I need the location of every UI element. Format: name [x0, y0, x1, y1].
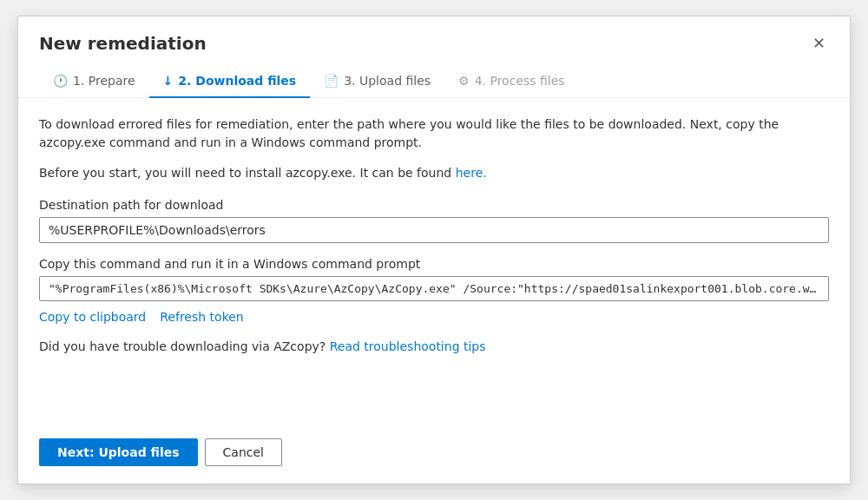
dialog-body: To download errored files for remediatio… — [18, 98, 850, 424]
install-note-prefix: Before you start, you will need to insta… — [39, 166, 456, 180]
dialog-header: New remediation ✕ — [18, 16, 850, 56]
refresh-token-link[interactable]: Refresh token — [160, 310, 243, 324]
destination-input[interactable] — [39, 217, 829, 243]
tab-upload[interactable]: 📄 3. Upload files — [310, 67, 444, 98]
copy-to-clipboard-link[interactable]: Copy to clipboard — [39, 310, 146, 324]
tab-download[interactable]: ↓ 2. Download files — [149, 67, 311, 98]
trouble-prefix: Did you have trouble downloading via AZc… — [39, 339, 330, 353]
prepare-icon: 🕐 — [53, 74, 68, 88]
tab-prepare-label: 1. Prepare — [73, 74, 135, 88]
command-display: "%ProgramFiles(x86)%\Microsoft SDKs\Azur… — [39, 276, 829, 301]
command-label: Copy this command and run it in a Window… — [39, 257, 829, 271]
next-button[interactable]: Next: Upload files — [39, 438, 198, 466]
tab-prepare[interactable]: 🕐 1. Prepare — [39, 67, 149, 98]
download-icon: ↓ — [163, 74, 174, 88]
process-icon: ⚙ — [458, 74, 470, 88]
dialog-footer: Next: Upload files Cancel — [18, 424, 850, 484]
tab-process: ⚙ 4. Process files — [444, 67, 579, 98]
tab-process-label: 4. Process files — [475, 74, 565, 88]
destination-label: Destination path for download — [39, 198, 829, 212]
trouble-note: Did you have trouble downloading via AZc… — [39, 339, 829, 353]
troubleshooting-link[interactable]: Read troubleshooting tips — [330, 339, 486, 353]
tab-download-label: 2. Download files — [178, 74, 296, 88]
action-links: Copy to clipboard Refresh token — [39, 310, 829, 324]
tab-bar: 🕐 1. Prepare ↓ 2. Download files 📄 3. Up… — [18, 56, 850, 98]
close-button[interactable]: ✕ — [809, 30, 829, 56]
upload-icon: 📄 — [324, 74, 339, 88]
new-remediation-dialog: New remediation ✕ 🕐 1. Prepare ↓ 2. Down… — [17, 16, 851, 484]
tab-upload-label: 3. Upload files — [344, 74, 431, 88]
description-text: To download errored files for remediatio… — [39, 115, 829, 152]
install-note: Before you start, you will need to insta… — [39, 164, 829, 182]
cancel-button[interactable]: Cancel — [205, 438, 282, 466]
here-link[interactable]: here. — [456, 166, 487, 180]
dialog-title: New remediation — [39, 33, 207, 54]
